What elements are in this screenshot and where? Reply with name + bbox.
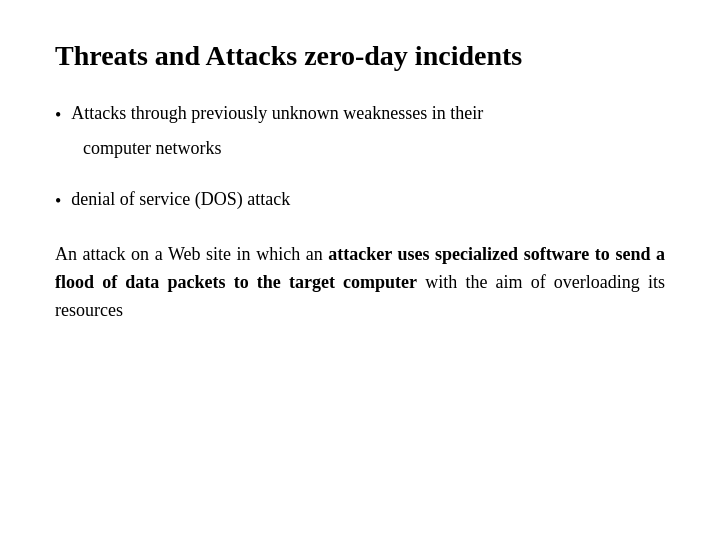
bullet-text-1: Attacks through previously unknown weakn… <box>71 100 483 127</box>
bullet-dot-2: • <box>55 188 61 215</box>
bullet-text-2: denial of service (DOS) attack <box>71 186 290 213</box>
paragraph-section: An attack on a Web site in which an atta… <box>55 241 665 325</box>
bullet-section-2: • denial of service (DOS) attack <box>55 186 665 221</box>
bullet-section-1: • Attacks through previously unknown wea… <box>55 100 665 176</box>
slide-container: Threats and Attacks zero-day incidents •… <box>0 0 720 540</box>
bullet-item-1: • Attacks through previously unknown wea… <box>55 100 665 129</box>
bullet-sub-1: computer networks <box>55 135 665 162</box>
paragraph-part1: An attack on a Web site in which an <box>55 244 328 264</box>
slide-title: Threats and Attacks zero-day incidents <box>55 40 665 72</box>
bullet-item-2: • denial of service (DOS) attack <box>55 186 665 215</box>
bullet-dot-1: • <box>55 102 61 129</box>
